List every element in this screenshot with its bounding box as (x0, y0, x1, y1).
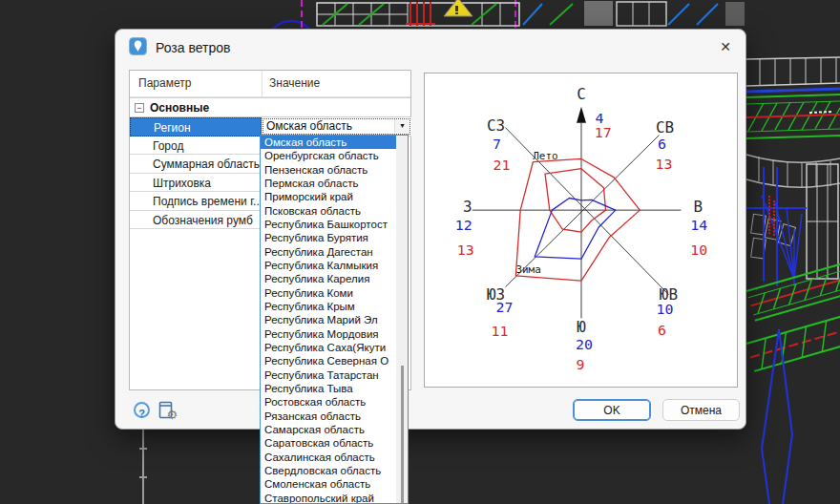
winter-value: 20 (576, 336, 593, 353)
column-divider (262, 71, 262, 97)
svg-text:⚙: ⚙ (167, 408, 178, 421)
wind-rose-preview-panel: С417СВ613В1410ЮВ106Ю209ЮЗ2711З1213СЗ721Л… (424, 73, 738, 388)
dropdown-item[interactable]: Рязанская область (261, 410, 396, 423)
wind-rose-dialog-icon (129, 37, 147, 55)
combo-dropdown-button[interactable]: ▼ (394, 119, 410, 133)
dropdown-item[interactable]: Республика Мордовия (261, 327, 396, 341)
dropdown-item[interactable]: Республика Дагестан (261, 245, 396, 259)
param-row-label: Штриховка (153, 177, 211, 190)
dropdown-item[interactable]: Пермская область (261, 177, 396, 190)
summer-value: 21 (494, 157, 511, 174)
table-header: Параметр Значение (130, 71, 410, 97)
page-gear-icon: ⚙ (157, 400, 178, 421)
direction-label: В (693, 198, 703, 216)
dropdown-item[interactable]: Оренбургская область (261, 149, 396, 162)
application-window: Роза ветров ✕ Параметр Значение − Основн… (0, 0, 840, 504)
direction-label: Ю (577, 318, 586, 336)
region-dropdown-list[interactable]: Омская областьОренбургская областьПензен… (260, 135, 409, 504)
column-header-value: Значение (269, 76, 320, 90)
param-row-label: Город (153, 139, 183, 153)
param-row[interactable]: Штриховка (130, 174, 262, 193)
direction-label: З (463, 198, 472, 216)
parameter-rows: РегионГородСуммарная областьШтриховкаПод… (130, 117, 262, 229)
region-value-combobox[interactable]: Омская область ▼ (262, 117, 411, 136)
dialog-title: Роза ветров (156, 40, 230, 55)
param-row[interactable]: Подпись времени г... (130, 192, 262, 211)
question-icon: ? (138, 408, 145, 419)
dropdown-items: Омская областьОренбургская областьПензен… (261, 136, 396, 504)
dropdown-item[interactable]: Республика Северная О (261, 354, 396, 368)
north-arrow-icon (577, 107, 586, 123)
param-row[interactable]: Регион (130, 117, 262, 136)
param-row[interactable]: Суммарная область (130, 155, 262, 174)
param-row-label: Регион (154, 121, 191, 135)
dropdown-item[interactable]: Сахалинская область (261, 451, 396, 464)
dropdown-item[interactable]: Республика Саха(Якути (261, 341, 396, 354)
direction-label: СВ (656, 118, 674, 136)
cancel-button[interactable]: Отмена (662, 399, 740, 421)
winter-value: 27 (496, 299, 514, 316)
close-icon[interactable]: ✕ (717, 38, 734, 55)
wind-rose-chart: С417СВ613В1410ЮВ106Ю209ЮЗ2711З1213СЗ721Л… (425, 74, 737, 387)
winter-value: 7 (493, 136, 501, 153)
param-row[interactable]: Город (130, 136, 262, 156)
summer-value: 13 (457, 242, 474, 259)
help-button[interactable]: ? (134, 402, 150, 418)
dropdown-item[interactable]: Республика Башкортост (261, 218, 396, 231)
group-label: Основные (150, 101, 209, 115)
summer-polygon (545, 169, 606, 232)
dropdown-item[interactable]: Ставропольский край (261, 492, 396, 504)
dropdown-item[interactable]: Республика Коми (261, 286, 396, 300)
column-header-parameter: Параметр (138, 76, 191, 90)
dropdown-item[interactable]: Республика Бурятия (261, 231, 396, 244)
direction-label: СЗ (487, 116, 505, 135)
ok-button[interactable]: OK (573, 399, 651, 421)
dropdown-item[interactable]: Республика Карелия (261, 272, 396, 285)
dropdown-item[interactable]: Республика Калмыкия (261, 259, 396, 272)
dropdown-item[interactable]: Республика Тыва (261, 382, 396, 395)
summer-value: 6 (658, 322, 666, 339)
summer-value: 9 (577, 356, 585, 373)
param-row[interactable]: Обозначения румб (130, 211, 262, 230)
settings-button[interactable]: ⚙ (157, 400, 178, 421)
dropdown-item[interactable]: Приморский край (261, 190, 396, 203)
winter-label: Зима (515, 263, 540, 276)
winter-value: 14 (690, 217, 707, 234)
dropdown-item[interactable]: Республика Татарстан (261, 368, 396, 382)
dropdown-item[interactable]: Омская область (261, 136, 396, 149)
direction-label: С (577, 85, 586, 103)
summer-label: Лето (533, 150, 557, 162)
dropdown-scrollbar-thumb[interactable] (401, 366, 404, 504)
param-row-label: Суммарная область (153, 158, 260, 171)
summer-value: 13 (655, 156, 672, 173)
param-row-label: Обозначения румб (153, 214, 253, 227)
dropdown-item[interactable]: Саратовская область (261, 436, 396, 450)
region-value-text: Омская область (266, 119, 352, 133)
dropdown-item[interactable]: Свердловская область (261, 464, 396, 477)
dropdown-item[interactable]: Пензенская область (261, 163, 396, 177)
summer-value: 17 (595, 124, 612, 141)
dialog-titlebar[interactable]: Роза ветров ✕ (116, 30, 746, 70)
chevron-down-icon: ▼ (395, 119, 410, 133)
winter-value: 6 (658, 136, 666, 153)
summer-value: 10 (690, 242, 707, 259)
dropdown-item[interactable]: Смоленская область (261, 477, 396, 491)
dropdown-item[interactable]: Республика Крым (261, 300, 396, 313)
winter-value: 10 (656, 301, 673, 318)
summer-value: 11 (492, 323, 509, 340)
dropdown-item[interactable]: Самарская область (261, 423, 396, 436)
dropdown-item[interactable]: Ростовская область (261, 395, 396, 409)
param-row-label: Подпись времени г... (153, 195, 262, 208)
group-row-main[interactable]: − Основные (130, 97, 410, 117)
wind-rose-dialog: Роза ветров ✕ Параметр Значение − Основн… (115, 29, 746, 430)
dropdown-item[interactable]: Республика Марий Эл (261, 313, 396, 326)
winter-value: 12 (455, 217, 472, 234)
dropdown-item[interactable]: Псковская область (261, 204, 396, 218)
collapse-icon[interactable]: − (135, 103, 144, 113)
